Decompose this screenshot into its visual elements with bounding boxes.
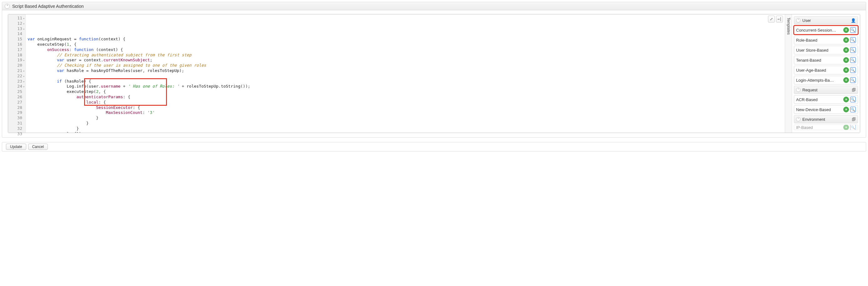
add-template-button[interactable]: + <box>843 67 849 73</box>
chevron-up-icon: ˄ <box>796 117 801 121</box>
template-item[interactable]: New-Device-Based+🔍 <box>794 105 858 114</box>
request-icon: 🗐 <box>852 88 856 92</box>
template-item[interactable]: Concurrent-Session…+🔍 <box>794 26 858 34</box>
view-template-button[interactable]: 🔍 <box>850 107 856 112</box>
group-label: Request <box>802 88 817 92</box>
fullscreen-button[interactable]: ⤢ <box>768 16 775 23</box>
view-template-button[interactable]: 🔍 <box>850 57 856 63</box>
template-item-label: User-Age-Based <box>796 68 842 73</box>
view-template-button[interactable]: 🔍 <box>850 37 856 43</box>
template-item-label: User Store-Based <box>796 48 842 53</box>
template-item[interactable]: IP-Based+🔍 <box>794 124 858 130</box>
add-template-button[interactable]: + <box>843 124 849 130</box>
template-item-label: ACR-Based <box>796 97 842 102</box>
add-template-button[interactable]: + <box>843 27 849 33</box>
collapse-icon[interactable]: ˄ <box>5 4 10 9</box>
panel-title: Script Based Adaptive Authentication <box>12 4 84 9</box>
line-number-gutter: 1112131415161718192021222324252627282930… <box>8 15 26 133</box>
update-button[interactable]: Update <box>6 144 26 150</box>
templates-rail[interactable]: Templates <box>785 15 792 133</box>
group-label: Environment <box>802 117 825 122</box>
view-template-button[interactable]: 🔍 <box>850 77 856 83</box>
env-icon: 🗐 <box>852 117 856 122</box>
panel-header: ˄ Script Based Adaptive Authentication <box>2 2 866 10</box>
add-template-button[interactable]: + <box>843 97 849 102</box>
template-item[interactable]: ACR-Based+🔍 <box>794 95 858 104</box>
footer-bar: Update Cancel <box>2 142 866 151</box>
view-template-button[interactable]: 🔍 <box>850 124 856 130</box>
chevron-up-icon: ˄ <box>796 88 801 92</box>
cancel-button[interactable]: Cancel <box>28 144 48 150</box>
view-template-button[interactable]: 🔍 <box>850 27 856 33</box>
template-item[interactable]: Role-Based+🔍 <box>794 36 858 45</box>
template-item-label: IP-Based <box>796 125 842 130</box>
template-group-user[interactable]: ˄User👤 <box>794 16 858 24</box>
editor-wrap: 1112131415161718192021222324252627282930… <box>2 10 866 137</box>
editor-frame: 1112131415161718192021222324252627282930… <box>8 14 860 133</box>
template-item[interactable]: Tenant-Based+🔍 <box>794 56 858 64</box>
group-label: User <box>802 18 811 23</box>
code-area[interactable]: ⤢ →| var onLoginRequest = function(conte… <box>26 15 785 133</box>
script-auth-panel: ˄ Script Based Adaptive Authentication 1… <box>2 2 866 138</box>
add-template-button[interactable]: + <box>843 37 849 43</box>
add-template-button[interactable]: + <box>843 57 849 63</box>
view-template-button[interactable]: 🔍 <box>850 97 856 102</box>
add-template-button[interactable]: + <box>843 47 849 53</box>
template-item-label: Role-Based <box>796 38 842 42</box>
template-group-environment[interactable]: ˄Environment🗐 <box>794 115 858 123</box>
template-item[interactable]: User-Age-Based+🔍 <box>794 66 858 75</box>
view-template-button[interactable]: 🔍 <box>850 47 856 53</box>
template-group-request[interactable]: ˄Request🗐 <box>794 86 858 94</box>
template-item-label: New-Device-Based <box>796 107 842 112</box>
templates-panel: ˄User👤Concurrent-Session…+🔍Role-Based+🔍U… <box>792 15 860 133</box>
user-icon: 👤 <box>851 18 856 23</box>
editor-toolbar: ⤢ →| <box>768 16 783 23</box>
toggle-sidebar-button[interactable]: →| <box>776 16 783 23</box>
view-template-button[interactable]: 🔍 <box>850 67 856 73</box>
template-item-label: Concurrent-Session… <box>796 28 842 32</box>
template-item[interactable]: User Store-Based+🔍 <box>794 46 858 54</box>
template-item-label: Tenant-Based <box>796 58 842 63</box>
add-template-button[interactable]: + <box>843 107 849 112</box>
template-item-label: Login-Attempts-Ba… <box>796 78 842 83</box>
add-template-button[interactable]: + <box>843 77 849 83</box>
chevron-up-icon: ˄ <box>796 18 801 23</box>
template-item[interactable]: Login-Attempts-Ba…+🔍 <box>794 76 858 85</box>
templates-rail-label: Templates <box>786 18 791 35</box>
